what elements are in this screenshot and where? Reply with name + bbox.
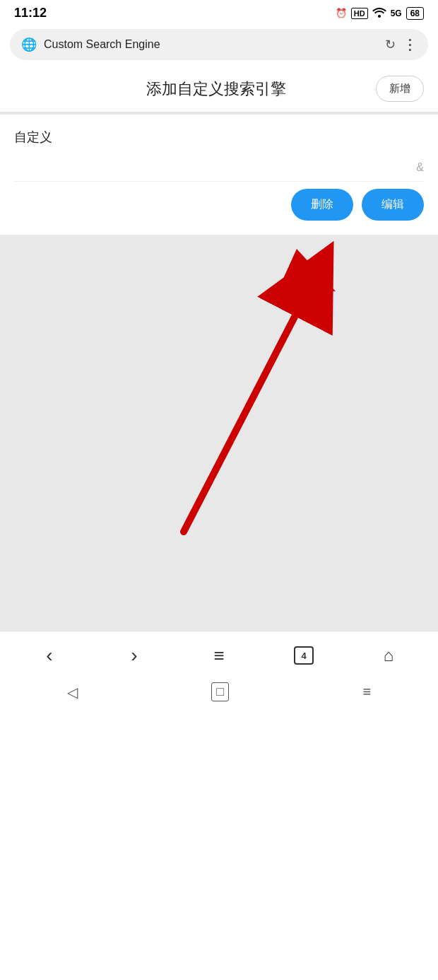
action-buttons: 删除 编辑 (14, 182, 424, 235)
nav-menu-button[interactable]: ≡ (201, 641, 237, 670)
back-icon: ‹ (46, 644, 52, 667)
engine-item-icon: & (416, 161, 424, 174)
home-icon: ⌂ (384, 646, 394, 665)
page-header: 添加自定义搜索引擎 新增 (0, 66, 438, 112)
annotation-area (0, 235, 438, 631)
nav-home-button[interactable]: ⌂ (371, 641, 406, 670)
engine-item[interactable]: & (14, 154, 424, 182)
globe-icon: 🌐 (21, 37, 37, 52)
system-nav-row: ◁ □ ≡ (0, 682, 438, 701)
status-time: 11:12 (14, 6, 47, 21)
battery-icon: 68 (406, 7, 424, 20)
content-area: 自定义 & 删除 编辑 (0, 115, 438, 235)
page-title: 添加自定义搜索引擎 (57, 78, 376, 100)
sys-recent-icon[interactable]: ≡ (363, 684, 372, 700)
hd-icon: HD (351, 8, 368, 19)
system-nav: ◁ □ ≡ (0, 675, 438, 713)
sys-back-icon[interactable]: ◁ (67, 684, 78, 701)
svg-line-1 (184, 279, 314, 532)
status-bar: 11:12 ⏰ HD 5G 68 (0, 0, 438, 25)
delete-button[interactable]: 删除 (291, 189, 353, 221)
menu-dots-icon[interactable]: ⋮ (403, 36, 417, 53)
nav-tabs-button[interactable]: 4 (286, 641, 321, 670)
tabs-count: 4 (301, 651, 306, 661)
section-label: 自定义 (14, 129, 424, 146)
address-bar[interactable]: 🌐 Custom Search Engine ↻ ⋮ (10, 29, 428, 60)
svg-marker-2 (279, 249, 336, 291)
alarm-icon: ⏰ (336, 8, 347, 18)
hamburger-icon: ≡ (213, 645, 224, 667)
reload-icon[interactable]: ↻ (385, 37, 396, 52)
tabs-count-box[interactable]: 4 (294, 646, 314, 665)
forward-icon: › (131, 644, 137, 667)
arrow-annotation-svg (0, 235, 438, 631)
wifi-icon (372, 6, 386, 20)
nav-back-button[interactable]: ‹ (32, 641, 67, 670)
status-icons: ⏰ HD 5G 68 (336, 6, 424, 20)
edit-button[interactable]: 编辑 (362, 189, 424, 221)
nav-row: ‹ › ≡ 4 ⌂ (0, 641, 438, 670)
nav-forward-button[interactable]: › (117, 641, 152, 670)
signal-icon: 5G (391, 8, 402, 18)
address-bar-container: 🌐 Custom Search Engine ↻ ⋮ (0, 25, 438, 66)
sys-home-icon[interactable]: □ (211, 682, 229, 701)
bottom-nav: ‹ › ≡ 4 ⌂ (0, 631, 438, 675)
address-text[interactable]: Custom Search Engine (44, 38, 378, 51)
add-button[interactable]: 新增 (376, 76, 424, 102)
